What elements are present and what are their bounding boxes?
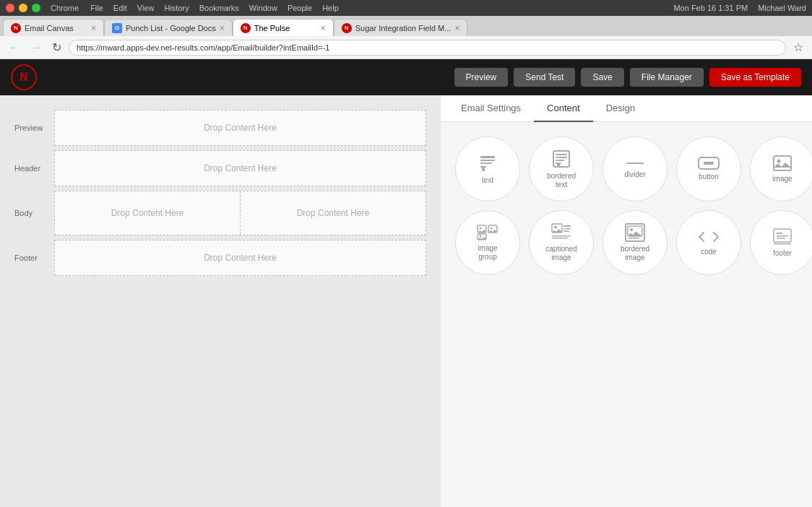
svg-point-17 (480, 228, 482, 230)
svg-point-21 (480, 235, 482, 238)
preview-drop-text: Drop Content Here (204, 123, 277, 133)
svg-point-31 (630, 228, 633, 231)
svg-rect-2 (480, 162, 492, 164)
save-button[interactable]: Save (581, 68, 623, 87)
body-drop-text-left: Drop Content Here (111, 208, 184, 218)
preview-drop-zone[interactable]: Drop Content Here (54, 110, 426, 146)
svg-rect-13 (704, 162, 714, 165)
mac-maximize-dot[interactable] (32, 4, 40, 12)
mac-minimize-dot[interactable] (19, 4, 27, 12)
mac-top-bar: Chrome File Edit View History Bookmarks … (0, 0, 812, 16)
tab-sugar[interactable]: N Sugar Integration Field M... × (334, 19, 468, 36)
svg-rect-35 (777, 233, 782, 234)
svg-rect-27 (552, 235, 571, 237)
svg-rect-1 (480, 160, 495, 161)
body-drop-text-right: Drop Content Here (297, 208, 370, 218)
svg-rect-0 (480, 156, 495, 158)
header-drop-zone[interactable]: Drop Content Here (54, 150, 426, 186)
send-test-button[interactable]: Send Test (514, 68, 575, 87)
menu-edit[interactable]: Edit (113, 4, 127, 12)
bookmark-button[interactable]: ☆ (790, 39, 806, 56)
username-label: Michael Ward (758, 4, 806, 12)
svg-point-23 (554, 226, 557, 229)
tab-email-canvas[interactable]: N Email Canvas × (3, 19, 104, 36)
section-label-footer: Footer (14, 240, 54, 276)
section-label-preview: Preview (14, 110, 54, 146)
app-header: N Preview Send Test Save File Manager Sa… (0, 59, 812, 95)
footer-drop-text: Drop Content Here (204, 253, 277, 263)
body-drop-zone-row: Drop Content Here Drop Content Here (54, 191, 426, 235)
tab-punch-list[interactable]: G Punch List - Google Docs × (104, 19, 233, 36)
bordered-text-label: borderedtext (547, 172, 576, 189)
tab-close-1[interactable]: × (91, 23, 96, 33)
tab-label-2: Punch List - Google Docs (126, 24, 216, 32)
svg-rect-34 (774, 242, 791, 245)
body-drop-zone-left[interactable]: Drop Content Here (55, 191, 241, 235)
body-drop-zone-right[interactable]: Drop Content Here (241, 191, 426, 235)
svg-point-15 (777, 160, 781, 163)
content-item-divider[interactable]: divider (602, 136, 668, 202)
menu-window[interactable]: Window (249, 4, 277, 12)
menu-view[interactable]: View (137, 4, 155, 12)
reload-button[interactable]: ↻ (49, 39, 64, 56)
browser-tab-bar: N Email Canvas × G Punch List - Google D… (0, 16, 812, 36)
app-name-label: Chrome (51, 4, 79, 12)
svg-rect-14 (774, 156, 791, 170)
menu-bookmarks[interactable]: Bookmarks (199, 4, 239, 12)
content-item-captioned-image[interactable]: captionedimage (529, 210, 594, 275)
address-bar[interactable]: https://mward.apps-dev.net-results.com/a… (69, 40, 786, 56)
tab-label-4: Sugar Integration Field M... (355, 24, 452, 32)
forward-button[interactable]: → (27, 40, 45, 56)
bordered-image-icon (625, 223, 645, 242)
content-item-bordered-text[interactable]: borderedtext (529, 136, 594, 202)
svg-rect-36 (777, 235, 788, 237)
tab-the-pulse[interactable]: N The Pulse × (233, 19, 334, 36)
tab-close-2[interactable]: × (220, 23, 225, 33)
tab-email-settings[interactable]: Email Settings (448, 95, 534, 122)
menu-history[interactable]: History (164, 4, 189, 12)
menu-people[interactable]: People (288, 4, 312, 12)
tab-design[interactable]: Design (593, 95, 648, 122)
menu-file[interactable]: File (90, 4, 103, 12)
tab-close-4[interactable]: × (454, 23, 459, 33)
bordered-text-icon (551, 149, 571, 169)
divider-icon (625, 159, 645, 168)
content-item-image-group[interactable]: imagegroup (455, 210, 520, 275)
content-item-footer[interactable]: footer (750, 210, 812, 275)
svg-rect-6 (556, 154, 567, 155)
section-label-header: Header (14, 150, 54, 186)
menu-help[interactable]: Help (322, 4, 339, 12)
tab-content[interactable]: Content (534, 95, 593, 122)
save-as-template-button[interactable]: Save as Template (709, 68, 801, 87)
content-item-bordered-image[interactable]: borderedimage (602, 210, 668, 275)
svg-rect-37 (777, 238, 785, 239)
content-grid: text borderedtext (441, 122, 812, 290)
main-layout: Preview Drop Content Here Header Drop Co… (0, 95, 812, 507)
content-item-text[interactable]: text (455, 136, 520, 202)
file-manager-button[interactable]: File Manager (630, 68, 704, 87)
svg-rect-5 (553, 151, 569, 167)
svg-rect-32 (628, 238, 639, 239)
footer-drop-zone[interactable]: Drop Content Here (54, 240, 426, 276)
svg-rect-24 (563, 225, 571, 227)
back-button[interactable]: ← (6, 40, 23, 56)
header-drop-text: Drop Content Here (204, 163, 277, 173)
canvas-panel: Preview Drop Content Here Header Drop Co… (0, 95, 441, 507)
svg-rect-28 (552, 238, 568, 239)
mac-close-dot[interactable] (6, 4, 14, 12)
text-label: text (482, 176, 493, 185)
content-item-image[interactable]: image (750, 136, 812, 202)
content-item-code[interactable]: code (676, 210, 741, 275)
content-item-button[interactable]: button (676, 136, 741, 202)
bordered-image-label: borderedimage (621, 245, 649, 262)
svg-rect-4 (480, 166, 486, 168)
tab-label-1: Email Canvas (25, 24, 74, 32)
tab-favicon-1: N (11, 23, 21, 33)
section-label-body: Body (14, 191, 54, 235)
canvas-section-header: Header Drop Content Here (14, 150, 426, 186)
code-icon (698, 229, 720, 245)
tab-close-3[interactable]: × (321, 23, 326, 33)
panel-tabs: Email Settings Content Design (441, 95, 812, 122)
datetime-label: Mon Feb 16 1:31 PM (673, 4, 748, 12)
preview-button[interactable]: Preview (454, 68, 509, 87)
